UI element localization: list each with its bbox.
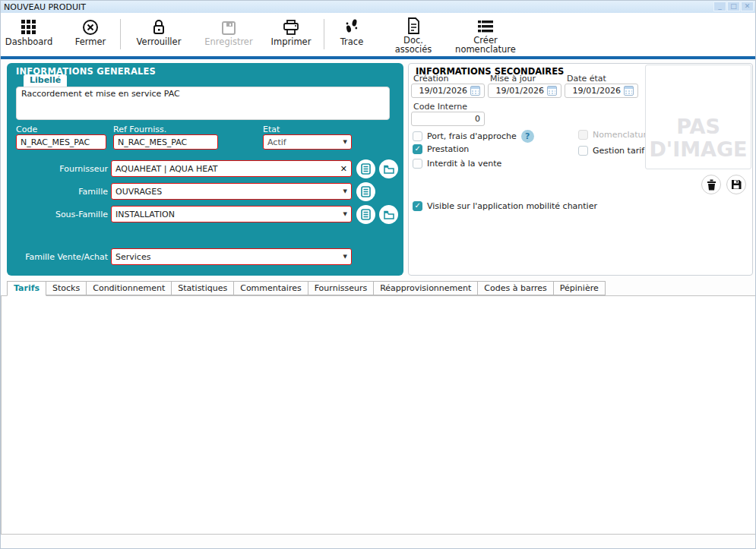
dashboard-button[interactable]: Dashboard	[2, 16, 56, 54]
etat-label: Etat	[263, 125, 280, 134]
toolbar: Dashboard Fermer Verrouiller Enregistrer	[1, 13, 756, 56]
tab-stocks[interactable]: Stocks	[46, 281, 87, 295]
tarifs-panel	[1, 295, 756, 535]
toolbar-divider	[1, 56, 756, 59]
document-icon	[406, 16, 420, 34]
sous-famille-folder-button[interactable]	[379, 205, 398, 224]
nomenclature-label: Nomenclature	[593, 130, 652, 140]
window-title: NOUVEAU PRODUIT	[1, 2, 86, 12]
visible-mobilite-row: Visible sur l'application mobilité chant…	[413, 201, 597, 211]
enregistrer-button[interactable]: Enregistrer	[196, 16, 261, 54]
informations-generales-panel: INFORMATIONS GENERALES Libellé Raccordem…	[7, 63, 403, 276]
port-frais-row: Port, frais d'approche ?	[413, 130, 534, 143]
date-etat-label: Date état	[567, 74, 606, 84]
fournisseur-folder-button[interactable]	[379, 159, 398, 178]
lock-icon	[151, 16, 166, 36]
tab-pepiniere[interactable]: Pépinière	[554, 281, 606, 295]
tab-tarifs[interactable]: Tarifs	[7, 281, 46, 296]
minimize-button[interactable]: _	[713, 2, 726, 11]
sous-famille-select[interactable]: INSTALLATION ▼	[111, 206, 352, 222]
title-bar: NOUVEAU PRODUIT	[1, 1, 756, 13]
visible-mobilite-label: Visible sur l'application mobilité chant…	[427, 201, 597, 211]
list-bars-icon	[477, 16, 494, 34]
prestation-checkbox[interactable]	[413, 144, 422, 154]
calendar-icon[interactable]	[470, 86, 480, 96]
product-image-placeholder: PAS D'IMAGE	[645, 65, 751, 169]
chevron-down-icon: ▼	[340, 188, 347, 194]
code-input[interactable]: N_RAC_MES_PAC	[16, 134, 106, 150]
chevron-down-icon: ▼	[340, 211, 347, 217]
famille-list-button[interactable]	[356, 182, 375, 201]
sous-famille-list-button[interactable]	[356, 205, 375, 224]
fournisseur-input[interactable]: AQUAHEAT | AQUA HEAT ✕	[111, 160, 352, 177]
folder-icon	[384, 210, 394, 219]
chevron-down-icon: ▼	[340, 254, 347, 260]
help-icon[interactable]: ?	[521, 130, 534, 143]
product-window: NOUVEAU PRODUIT _ □ ✕ Dashboard Fermer V…	[0, 0, 756, 549]
trash-icon	[707, 179, 716, 191]
sous-famille-label: Sous-Famille	[13, 210, 108, 219]
code-interne-input[interactable]: 0	[411, 112, 485, 126]
fournisseur-list-button[interactable]	[356, 159, 375, 178]
folder-icon	[384, 165, 394, 174]
code-label: Code	[16, 125, 37, 134]
printer-icon	[283, 16, 299, 36]
tab-codes-a-barres[interactable]: Codes à barres	[478, 281, 553, 295]
footprints-icon	[344, 16, 359, 36]
close-button[interactable]: ✕	[741, 2, 754, 11]
gestion-tarif-checkbox[interactable]	[578, 146, 588, 156]
list-icon	[361, 209, 371, 220]
tab-strip: Tarifs Stocks Conditionnement Statistiqu…	[7, 281, 606, 296]
port-frais-checkbox[interactable]	[413, 131, 422, 141]
calendar-icon[interactable]	[547, 86, 557, 96]
chevron-down-icon: ▼	[340, 139, 347, 145]
save-icon	[221, 16, 236, 36]
gestion-tarif-label: Gestion tarif	[593, 146, 644, 156]
nomenclature-checkbox	[578, 130, 588, 140]
verrouiller-button[interactable]: Verrouiller	[127, 16, 191, 54]
window-controls: _ □ ✕	[713, 2, 754, 11]
famille-vente-achat-select[interactable]: Services ▼	[111, 248, 352, 265]
interdit-vente-checkbox[interactable]	[413, 159, 422, 169]
ref-fourniss-input[interactable]: N_RAC_MES_PAC	[113, 134, 218, 150]
mise-a-jour-label: Mise à jour	[490, 74, 536, 84]
list-icon	[361, 186, 371, 197]
code-interne-label: Code Interne	[413, 102, 467, 112]
tab-commentaires[interactable]: Commentaires	[234, 281, 308, 295]
date-etat-date-input[interactable]: 19/01/2026	[565, 84, 638, 98]
save-image-button[interactable]	[726, 175, 746, 194]
interdit-vente-label: Interdit à la vente	[427, 159, 501, 169]
maximize-button[interactable]: □	[727, 2, 740, 11]
grid-icon	[21, 16, 37, 36]
prestation-label: Prestation	[427, 144, 469, 154]
clear-icon[interactable]: ✕	[337, 164, 347, 174]
creation-date-input[interactable]: 19/01/2026	[411, 84, 485, 98]
calendar-icon[interactable]	[624, 86, 634, 96]
nomenclature-row: Nomenclature	[578, 130, 652, 140]
toolbar-separator	[120, 19, 121, 49]
tab-conditionnement[interactable]: Conditionnement	[87, 281, 172, 295]
creation-label: Création	[413, 74, 449, 84]
imprimer-button[interactable]: Imprimer	[264, 16, 318, 54]
list-icon	[361, 163, 371, 175]
famille-select[interactable]: OUVRAGES ▼	[111, 183, 352, 200]
fermer-button[interactable]: Fermer	[66, 16, 115, 54]
tab-fournisseurs[interactable]: Fournisseurs	[308, 281, 374, 295]
doc-associes-button[interactable]: Doc. associés	[390, 16, 437, 54]
famille-vente-achat-label: Famille Vente/Achat	[13, 252, 108, 262]
mise-a-jour-date-input[interactable]: 19/01/2026	[488, 84, 561, 98]
floppy-icon	[731, 179, 742, 190]
delete-image-button[interactable]	[701, 175, 721, 194]
prestation-row: Prestation	[413, 144, 469, 154]
ref-fourniss-label: Ref Fourniss.	[113, 125, 166, 134]
port-frais-label: Port, frais d'approche	[427, 131, 517, 141]
interdit-vente-row: Interdit à la vente	[413, 159, 501, 169]
creer-nomenclature-button[interactable]: Créer nomenclature	[448, 16, 523, 54]
visible-mobilite-checkbox[interactable]	[413, 201, 422, 211]
trace-button[interactable]: Trace	[331, 16, 373, 54]
libelle-textarea[interactable]: Raccordement et mise en service PAC	[16, 87, 390, 120]
tab-statistiques[interactable]: Statistiques	[172, 281, 234, 295]
etat-select[interactable]: Actif ▼	[263, 134, 352, 150]
famille-label: Famille	[13, 187, 108, 197]
tab-reapprovisionnement[interactable]: Réapprovisionnement	[374, 281, 478, 295]
